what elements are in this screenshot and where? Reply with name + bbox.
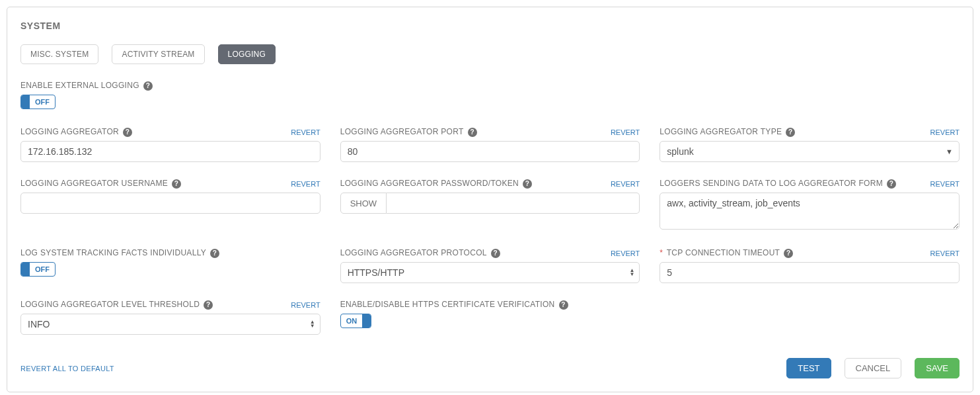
- help-icon[interactable]: ?: [210, 249, 219, 258]
- logging-aggregator-port-label: LOGGING AGGREGATOR PORT?: [340, 127, 477, 137]
- logging-aggregator-type-label: LOGGING AGGREGATOR TYPE?: [660, 127, 795, 137]
- revert-logging-aggregator-username[interactable]: REVERT: [291, 180, 320, 188]
- help-icon[interactable]: ?: [172, 179, 181, 189]
- logging-aggregator-port-input[interactable]: [340, 141, 640, 162]
- logging-aggregator-password-input[interactable]: [387, 193, 640, 214]
- help-icon[interactable]: ?: [887, 179, 896, 189]
- help-icon[interactable]: ?: [143, 81, 153, 91]
- tab-misc-system[interactable]: MISC. SYSTEM: [20, 44, 98, 64]
- tcp-connection-timeout-label: * TCP CONNECTION TIMEOUT?: [660, 248, 793, 258]
- help-icon[interactable]: ?: [784, 249, 793, 258]
- logging-aggregator-type-select[interactable]: [660, 141, 960, 162]
- enable-external-logging-toggle[interactable]: OFF: [20, 95, 56, 109]
- logging-aggregator-protocol-select[interactable]: [340, 262, 640, 283]
- tcp-connection-timeout-input[interactable]: [660, 262, 960, 283]
- logging-aggregator-username-label: LOGGING AGGREGATOR USERNAME?: [20, 179, 181, 189]
- system-settings-panel: SYSTEM MISC. SYSTEM ACTIVITY STREAM LOGG…: [7, 7, 973, 392]
- logging-aggregator-username-input[interactable]: [20, 193, 320, 214]
- cancel-button[interactable]: CANCEL: [845, 358, 902, 378]
- test-button[interactable]: TEST: [786, 358, 831, 378]
- help-icon[interactable]: ?: [204, 300, 213, 310]
- revert-loggers-sending-data[interactable]: REVERT: [930, 180, 960, 188]
- revert-logging-aggregator-type[interactable]: REVERT: [930, 128, 960, 136]
- revert-logging-aggregator-password[interactable]: REVERT: [611, 180, 640, 188]
- logging-aggregator-level-label: LOGGING AGGREGATOR LEVEL THRESHOLD?: [20, 300, 213, 310]
- revert-all-to-default-link[interactable]: REVERT ALL TO DEFAULT: [20, 365, 114, 373]
- revert-logging-aggregator-level[interactable]: REVERT: [291, 301, 320, 309]
- help-icon[interactable]: ?: [123, 128, 132, 137]
- save-button[interactable]: SAVE: [915, 358, 960, 378]
- logging-aggregator-input[interactable]: [20, 141, 320, 162]
- logging-aggregator-password-label: LOGGING AGGREGATOR PASSWORD/TOKEN?: [340, 179, 532, 189]
- revert-logging-aggregator-protocol[interactable]: REVERT: [611, 249, 640, 257]
- loggers-sending-data-label: LOGGERS SENDING DATA TO LOG AGGREGATOR F…: [660, 179, 896, 189]
- logging-aggregator-protocol-label: LOGGING AGGREGATOR PROTOCOL?: [340, 248, 500, 258]
- help-icon[interactable]: ?: [468, 128, 477, 137]
- tab-activity-stream[interactable]: ACTIVITY STREAM: [112, 44, 204, 64]
- tab-logging[interactable]: LOGGING: [218, 44, 276, 64]
- https-cert-verification-toggle[interactable]: ON: [340, 314, 372, 328]
- log-system-tracking-toggle[interactable]: OFF: [20, 262, 56, 277]
- help-icon[interactable]: ?: [523, 179, 532, 189]
- log-system-tracking-label: LOG SYSTEM TRACKING FACTS INDIVIDUALLY?: [20, 248, 219, 258]
- loggers-sending-data-input[interactable]: awx, activity_stream, job_events: [660, 193, 960, 230]
- help-icon[interactable]: ?: [786, 128, 795, 137]
- tabs: MISC. SYSTEM ACTIVITY STREAM LOGGING: [20, 44, 960, 64]
- logging-aggregator-label: LOGGING AGGREGATOR?: [20, 127, 132, 137]
- help-icon[interactable]: ?: [559, 300, 568, 310]
- show-password-button[interactable]: SHOW: [340, 193, 387, 214]
- revert-logging-aggregator-port[interactable]: REVERT: [611, 128, 640, 136]
- revert-logging-aggregator[interactable]: REVERT: [291, 128, 320, 136]
- enable-external-logging-label: ENABLE EXTERNAL LOGGING?: [20, 81, 153, 91]
- panel-title: SYSTEM: [20, 21, 960, 31]
- https-cert-verification-label: ENABLE/DISABLE HTTPS CERTIFICATE VERIFIC…: [340, 300, 568, 310]
- logging-aggregator-level-select[interactable]: [20, 314, 320, 335]
- revert-tcp-connection-timeout[interactable]: REVERT: [930, 249, 960, 257]
- help-icon[interactable]: ?: [491, 249, 500, 258]
